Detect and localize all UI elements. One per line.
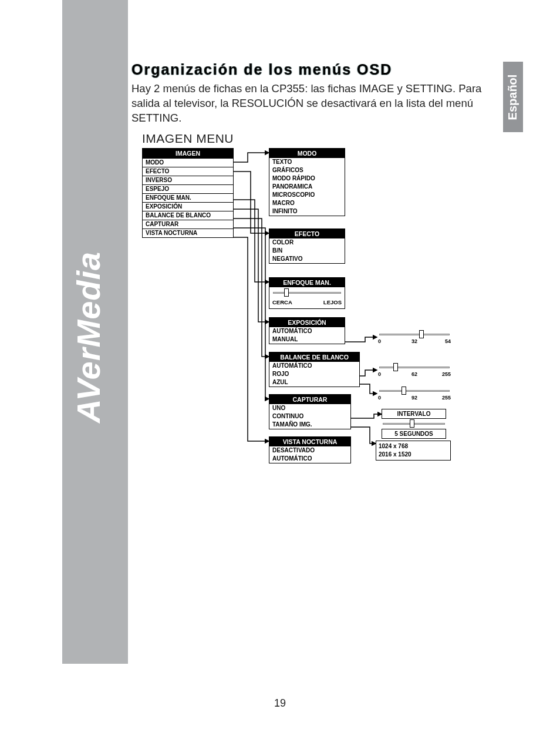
- balance-rojo: ROJO: [269, 370, 359, 378]
- modo-graficos: GRÁFICOS: [269, 166, 345, 174]
- section-title: IMAGEN MENU: [142, 132, 499, 146]
- cap-uno: UNO: [269, 404, 350, 412]
- expo-auto: AUTOMÁTICO: [269, 327, 345, 335]
- submenu-capturar: CAPTURAR UNO CONTINUO TAMAÑO IMG.: [269, 394, 351, 429]
- page-content: Organización de los menús OSD Hay 2 menú…: [131, 61, 499, 477]
- menu-imagen-header: IMAGEN: [143, 149, 233, 158]
- submenu-vista: VISTA NOCTURNA DESACTIVADO AUTOMÁTICO: [269, 436, 351, 463]
- slider-rojo-mid: 62: [411, 371, 417, 377]
- slider-azul-thumb: [402, 387, 406, 395]
- modo-rapido: MODO RÁPIDO: [269, 174, 345, 183]
- tamano-line1: 1024 x 768: [379, 442, 448, 451]
- slider-expo-mid: 32: [411, 338, 417, 344]
- submenu-modo-header: MODO: [269, 149, 345, 158]
- modo-microscopio: MICROSCOPIO: [269, 191, 345, 199]
- slider-exposicion: 0 32 54: [377, 330, 452, 344]
- slider-rojo-max: 255: [442, 371, 451, 377]
- slider-azul-mid: 92: [411, 395, 417, 401]
- page-heading: Organización de los menús OSD: [131, 61, 499, 78]
- cap-tamano: TAMAÑO IMG.: [269, 421, 350, 429]
- balance-auto: AUTOMÁTICO: [269, 362, 359, 370]
- vista-desactivado: DESACTIVADO: [269, 446, 350, 455]
- brand-part1: AVer: [70, 348, 107, 424]
- slider-rojo-min: 0: [378, 371, 381, 377]
- slider-rojo: 0 62 255: [377, 363, 452, 377]
- slider-expo-thumb: [419, 330, 424, 338]
- slider-expo-max: 54: [445, 338, 451, 344]
- enfoque-slider: CERCA LEJOS: [269, 287, 345, 308]
- menu-item-exposicion: EXPOSICIÓN: [143, 202, 233, 211]
- intervalo-box: INTERVALO: [382, 409, 446, 419]
- cap-continuo: CONTINUO: [269, 412, 350, 421]
- submenu-vista-header: VISTA NOCTURNA: [269, 437, 350, 446]
- menu-item-inverso: INVERSO: [143, 176, 233, 184]
- menu-item-balance: BALANCE DE BLANCO: [143, 211, 233, 220]
- menu-item-capturar: CAPTURAR: [143, 220, 233, 228]
- slider-expo-track: [379, 334, 450, 335]
- modo-panoramica: PANORAMICA: [269, 183, 345, 191]
- efecto-bn: B/N: [269, 247, 345, 255]
- slider-azul-min: 0: [378, 395, 381, 401]
- menu-item-vista: VISTA NOCTURNA: [143, 228, 233, 237]
- submenu-enfoque-header: ENFOQUE MAN.: [269, 278, 345, 287]
- menu-item-modo: MODO: [143, 158, 233, 167]
- menu-item-espejo: ESPEJO: [143, 184, 233, 193]
- page-number: 19: [274, 697, 286, 710]
- modo-macro: MACRO: [269, 199, 345, 207]
- submenu-exposicion: EXPOSICIÓN AUTOMÁTICO MANUAL: [269, 317, 345, 344]
- submenu-exposicion-header: EXPOSICIÓN: [269, 318, 345, 327]
- efecto-color: COLOR: [269, 238, 345, 247]
- slider-expo-min: 0: [378, 338, 381, 344]
- menu-item-efecto: EFECTO: [143, 167, 233, 176]
- language-label: Español: [507, 74, 520, 120]
- brand-logo: AVerMedia: [69, 251, 107, 423]
- submenu-efecto: EFECTO COLOR B/N NEGATIVO: [269, 228, 345, 264]
- menu-imagen: IMAGEN MODO EFECTO INVERSO ESPEJO ENFOQU…: [142, 148, 234, 238]
- intro-paragraph: Hay 2 menús de fichas en la CP355: las f…: [131, 82, 499, 126]
- brand-part2: Media: [70, 251, 107, 348]
- slider-rojo-track: [379, 367, 450, 368]
- osd-menu-diagram: IMAGEN MODO EFECTO INVERSO ESPEJO ENFOQU…: [142, 148, 459, 477]
- expo-manual: MANUAL: [269, 335, 345, 344]
- enfoque-thumb: [284, 288, 289, 297]
- enfoque-track: [273, 292, 341, 294]
- modo-texto: TEXTO: [269, 158, 345, 166]
- intervalo-slider: [382, 421, 446, 427]
- intervalo-header: INTERVALO: [384, 411, 443, 417]
- submenu-balance-header: BALANCE DE BLANCO: [269, 352, 359, 362]
- submenu-modo: MODO TEXTO GRÁFICOS MODO RÁPIDO PANORAMI…: [269, 148, 345, 216]
- intervalo-thumb: [410, 419, 414, 428]
- balance-azul: AZUL: [269, 378, 359, 387]
- submenu-efecto-header: EFECTO: [269, 229, 345, 238]
- vista-auto: AUTOMÁTICO: [269, 455, 350, 463]
- slider-rojo-thumb: [393, 363, 398, 371]
- intervalo-value: 5 SEGUNDOS: [382, 429, 446, 439]
- slider-azul-track: [379, 390, 450, 392]
- enfoque-lejos: LEJOS: [323, 299, 342, 305]
- tamano-box: 1024 x 768 2016 x 1520: [376, 441, 451, 461]
- slider-azul-max: 255: [442, 395, 451, 401]
- language-tab: Español: [503, 62, 523, 132]
- slider-azul: 0 92 255: [377, 387, 452, 401]
- modo-infinito: INFINITO: [269, 207, 345, 216]
- efecto-negativo: NEGATIVO: [269, 255, 345, 263]
- enfoque-cerca: CERCA: [272, 299, 292, 305]
- tamano-line2: 2016 x 1520: [379, 451, 448, 459]
- submenu-enfoque: ENFOQUE MAN. CERCA LEJOS: [269, 277, 345, 309]
- submenu-balance: BALANCE DE BLANCO AUTOMÁTICO ROJO AZUL: [269, 352, 360, 387]
- submenu-capturar-header: CAPTURAR: [269, 395, 350, 404]
- menu-item-enfoque: ENFOQUE MAN.: [143, 193, 233, 202]
